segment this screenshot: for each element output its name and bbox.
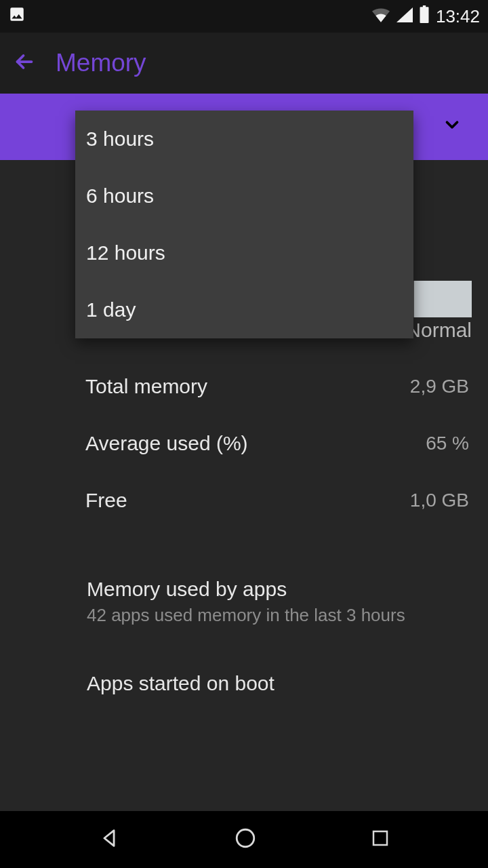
menu-item-12-hours[interactable]: 12 hours <box>75 224 413 281</box>
cellular-icon <box>396 6 413 27</box>
free-value: 1,0 GB <box>410 490 469 511</box>
svg-rect-1 <box>373 831 387 845</box>
row-average-used[interactable]: Average used (%) 65 % <box>0 415 488 472</box>
back-arrow-icon[interactable] <box>12 50 37 77</box>
menu-item-1-day[interactable]: 1 day <box>75 281 413 338</box>
menu-item-3-hours[interactable]: 3 hours <box>75 111 413 167</box>
battery-icon <box>420 5 429 28</box>
row-free[interactable]: Free 1,0 GB <box>0 472 488 529</box>
app-bar: Memory <box>0 33 488 94</box>
nav-recent-icon[interactable] <box>370 828 390 851</box>
apps-section-title: Memory used by apps <box>87 578 469 601</box>
free-label: Free <box>85 489 127 512</box>
chevron-down-icon <box>442 115 462 140</box>
status-bar: 13:42 <box>0 0 488 33</box>
total-memory-label: Total memory <box>85 375 207 398</box>
nav-back-icon[interactable] <box>98 827 121 852</box>
performance-bar-fill <box>414 281 472 317</box>
status-time: 13:42 <box>436 6 480 27</box>
row-total-memory[interactable]: Total memory 2,9 GB <box>0 358 488 415</box>
menu-item-label: 12 hours <box>86 241 165 264</box>
row-apps-started-on-boot[interactable]: Apps started on boot <box>0 653 488 695</box>
boot-row-label: Apps started on boot <box>87 672 274 694</box>
menu-item-label: 6 hours <box>86 184 154 208</box>
page-title: Memory <box>56 49 146 77</box>
row-memory-used-by-apps[interactable]: Memory used by apps 42 apps used memory … <box>0 561 488 634</box>
wifi-icon <box>372 6 390 27</box>
time-range-menu: 3 hours 6 hours 12 hours 1 day <box>75 111 413 338</box>
image-icon <box>8 5 26 28</box>
apps-section-subtitle: 42 apps used memory in the last 3 hours <box>87 605 469 626</box>
total-memory-value: 2,9 GB <box>410 376 469 397</box>
menu-item-6-hours[interactable]: 6 hours <box>75 167 413 224</box>
nav-home-icon[interactable] <box>234 827 257 852</box>
average-used-value: 65 % <box>426 433 469 454</box>
menu-item-label: 3 hours <box>86 127 154 151</box>
performance-value: Normal <box>406 319 472 342</box>
system-nav-bar <box>0 811 488 868</box>
menu-item-label: 1 day <box>86 298 136 321</box>
average-used-label: Average used (%) <box>85 432 248 455</box>
svg-point-0 <box>237 829 254 847</box>
